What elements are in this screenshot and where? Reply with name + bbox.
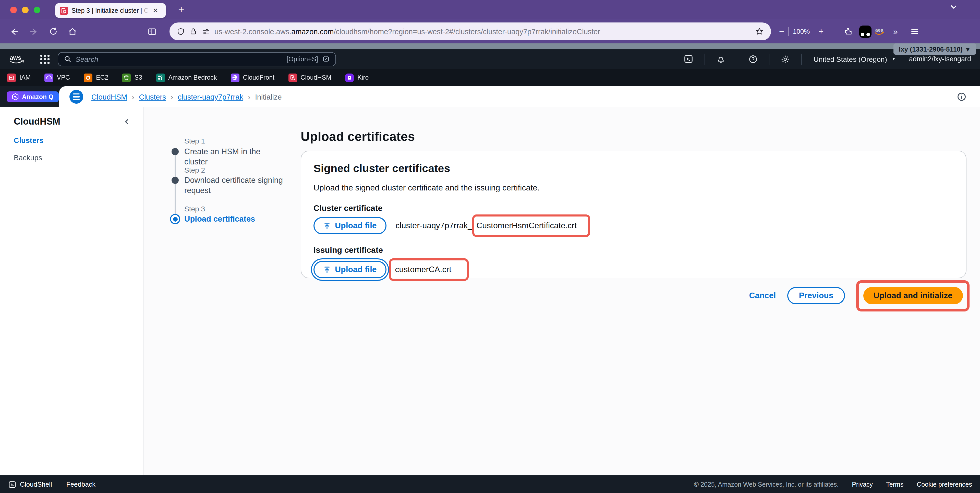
- aws-extension-icon[interactable]: aea: [875, 27, 884, 35]
- bookmark-cloudfront[interactable]: CloudFront: [231, 73, 275, 82]
- bookmark-star-icon[interactable]: [755, 27, 764, 36]
- close-window-button[interactable]: [10, 6, 17, 13]
- list-tabs-chevron-icon[interactable]: [950, 3, 958, 11]
- browser-tab-strip: Step 3 | Initialize cluster | CloudH ✕ +: [0, 0, 980, 19]
- zoom-in-icon[interactable]: +: [818, 26, 824, 37]
- zoom-controls: − 100% +: [779, 26, 824, 37]
- divider: [33, 53, 33, 65]
- tab-close-icon[interactable]: ✕: [153, 6, 158, 14]
- amazon-q-button[interactable]: Amazon Q: [6, 91, 59, 102]
- breadcrumb-row: Amazon Q CloudHSM › Clusters › cluster-u…: [0, 86, 980, 107]
- card-title: Signed cluster certificates: [313, 162, 954, 175]
- browser-tab[interactable]: Step 3 | Initialize cluster | CloudH ✕: [55, 3, 166, 18]
- zoom-out-icon[interactable]: −: [779, 26, 784, 37]
- iam-icon: [7, 73, 16, 82]
- tracking-shield-icon[interactable]: [177, 27, 185, 35]
- side-menu-hamburger-icon[interactable]: [70, 90, 83, 103]
- minimize-window-button[interactable]: [22, 6, 29, 13]
- new-tab-button[interactable]: +: [173, 2, 189, 17]
- account-indicator-strip: lxy (1331-2906-5110) ▼: [0, 43, 980, 49]
- toolbar-overflow-icon[interactable]: »: [887, 23, 903, 40]
- step2-title[interactable]: Download certificate signing request: [184, 175, 284, 196]
- bookmark-ec2[interactable]: EC2: [84, 73, 108, 82]
- upload-cluster-certificate-button[interactable]: Upload file: [313, 217, 387, 234]
- step2-label: Step 2: [184, 166, 205, 174]
- settings-gear-icon[interactable]: [776, 54, 794, 64]
- url-domain: amazon.com: [291, 27, 334, 35]
- step3-label: Step 3: [184, 205, 205, 213]
- footer-terms-link[interactable]: Terms: [886, 481, 904, 488]
- extension-avatar-icon[interactable]: [859, 25, 872, 38]
- divider: [737, 53, 737, 65]
- menu-hamburger-icon[interactable]: [906, 23, 923, 40]
- zoom-level[interactable]: 100%: [793, 27, 810, 35]
- tab-title: Step 3 | Initialize cluster | CloudH: [72, 7, 149, 14]
- content-area: Step 1 Create an HSM in the cluster Step…: [143, 107, 980, 475]
- cloudshell-icon[interactable]: [680, 54, 697, 64]
- chevron-down-icon: ▼: [892, 57, 896, 61]
- info-icon[interactable]: [957, 92, 966, 102]
- page-title: Upload certificates: [301, 129, 415, 144]
- bookmark-amazon-bedrock[interactable]: Amazon Bedrock: [156, 73, 217, 82]
- sidebar-item-backups[interactable]: Backups: [14, 154, 131, 162]
- sidebar-item-clusters[interactable]: Clusters: [14, 136, 131, 145]
- browser-toolbar: us-west-2.console.aws.amazon.com/cloudhs…: [0, 19, 980, 43]
- url-text[interactable]: us-west-2.console.aws.amazon.com/cloudhs…: [215, 27, 751, 35]
- forward-icon[interactable]: [25, 23, 42, 40]
- sidebar-title: CloudHSM: [14, 116, 60, 127]
- breadcrumb: CloudHSM › Clusters › cluster-uaqy7p7rra…: [91, 92, 282, 101]
- previous-button[interactable]: Previous: [787, 287, 845, 304]
- url-path: /cloudhsm/home?region=us-west-2#/cluster…: [334, 27, 600, 35]
- cloudshell-icon: [8, 480, 16, 488]
- aws-logo[interactable]: aws: [9, 54, 25, 64]
- issuing-certificate-filename: customerCA.crt: [395, 265, 452, 274]
- breadcrumb-clusters[interactable]: Clusters: [139, 93, 166, 101]
- upload-icon: [323, 266, 331, 274]
- footer-cookie-preferences-link[interactable]: Cookie preferences: [917, 481, 972, 488]
- permissions-settings-icon[interactable]: [202, 27, 210, 35]
- search-input[interactable]: Search [Option+S]: [58, 52, 336, 66]
- extension-icon[interactable]: [840, 23, 856, 40]
- issuing-certificate-row: Upload file customerCA.crt: [313, 261, 954, 278]
- services-grid-icon[interactable]: [40, 54, 49, 64]
- lock-icon[interactable]: [189, 27, 197, 35]
- account-user-label[interactable]: admin2/lxy-Isengard: [909, 55, 971, 63]
- upload-and-initialize-button[interactable]: Upload and initialize: [863, 287, 963, 304]
- upload-issuing-certificate-button[interactable]: Upload file: [313, 261, 387, 278]
- url-bar[interactable]: us-west-2.console.aws.amazon.com/cloudhs…: [170, 22, 771, 40]
- step3-radio-selected: [170, 214, 180, 224]
- maximize-window-button[interactable]: [34, 6, 40, 13]
- footer-cloudshell[interactable]: CloudShell: [8, 480, 52, 488]
- bookmark-cloudhsm[interactable]: CloudHSM: [288, 73, 331, 82]
- search-placeholder: Search: [76, 55, 282, 63]
- bookmark-kiro[interactable]: Kiro: [345, 73, 369, 82]
- upload-icon: [323, 222, 331, 230]
- step1-label: Step 1: [184, 137, 205, 145]
- reload-icon[interactable]: [45, 23, 61, 40]
- svg-text:aws: aws: [10, 54, 21, 61]
- footer-feedback[interactable]: Feedback: [66, 480, 95, 488]
- sidebar-toggle-icon[interactable]: [144, 23, 160, 40]
- ec2-icon: [84, 73, 92, 82]
- footer-privacy-link[interactable]: Privacy: [852, 481, 873, 488]
- breadcrumb-cluster-id[interactable]: cluster-uaqy7p7rrak: [178, 93, 243, 101]
- bookmark-vpc[interactable]: VPC: [45, 73, 70, 82]
- account-badge[interactable]: lxy (1331-2906-5110) ▼: [894, 43, 976, 55]
- step3-title-current[interactable]: Upload certificates: [184, 214, 284, 224]
- region-selector[interactable]: United States (Oregon): [814, 55, 887, 63]
- step1-title[interactable]: Create an HSM in the cluster: [184, 146, 284, 167]
- home-icon[interactable]: [64, 23, 81, 40]
- notifications-bell-icon[interactable]: [712, 54, 729, 64]
- bookmark-iam[interactable]: IAM: [7, 73, 31, 82]
- collapse-sidebar-icon[interactable]: [123, 118, 131, 126]
- issuing-certificate-label: Issuing certificate: [313, 246, 954, 255]
- wizard-actions: Cancel Previous Upload and initialize: [749, 287, 970, 304]
- breadcrumb-cloudhsm[interactable]: CloudHSM: [91, 93, 127, 101]
- s3-icon: [122, 73, 131, 82]
- cloudhsm-icon: [288, 73, 297, 82]
- help-icon[interactable]: [744, 54, 762, 64]
- cancel-button[interactable]: Cancel: [749, 291, 776, 300]
- back-icon[interactable]: [6, 23, 22, 40]
- divider: [788, 27, 789, 36]
- bookmark-s3[interactable]: S3: [122, 73, 142, 82]
